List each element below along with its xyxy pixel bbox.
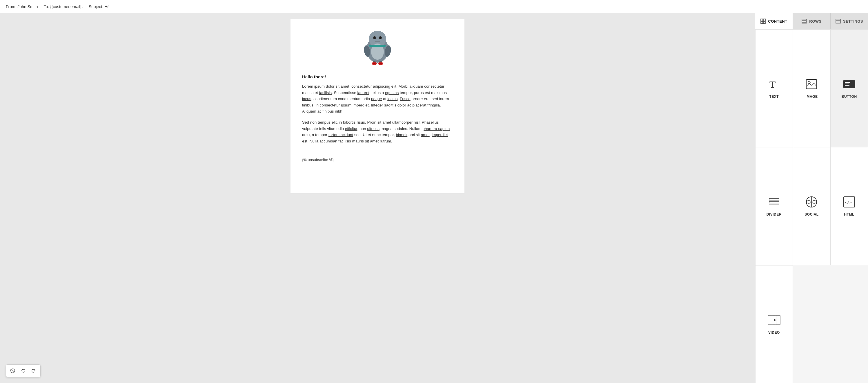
svg-rect-21: [763, 22, 765, 24]
content-grid: T TEXT IMAGE: [755, 29, 868, 383]
bottom-toolbar: [6, 364, 40, 377]
history-button[interactable]: [8, 366, 17, 375]
main-layout: Hello there! Lorem ipsum dolor sit amet,…: [0, 13, 868, 383]
dot1: ·: [40, 4, 41, 9]
video-icon: [768, 314, 780, 326]
panel-tabs: CONTENT ROWS SETTINGS: [755, 13, 868, 29]
email-paragraph-1: Lorem ipsum dolor sit amet, consectetur …: [302, 83, 453, 115]
text-label: TEXT: [769, 95, 779, 99]
right-panel: CONTENT ROWS SETTINGS: [755, 13, 868, 383]
svg-rect-23: [802, 21, 807, 22]
email-unsubscribe: {% unsubscribe %}: [290, 155, 464, 162]
subject-label: Subject: Hi!: [89, 4, 110, 9]
bird-mascot-image: [360, 28, 395, 65]
image-icon: [805, 78, 818, 91]
content-item-divider[interactable]: DIVIDER: [755, 147, 793, 265]
svg-rect-24: [802, 23, 807, 23]
html-icon: </>: [843, 196, 856, 208]
svg-point-5: [380, 37, 381, 38]
from-label: From: John Smith: [6, 4, 38, 9]
svg-rect-19: [763, 19, 765, 21]
image-label: IMAGE: [806, 95, 818, 99]
svg-rect-20: [761, 22, 763, 24]
text-icon: T: [768, 78, 780, 91]
email-body: Hello there! Lorem ipsum dolor sit amet,…: [290, 19, 464, 193]
svg-rect-16: [373, 63, 375, 64]
tab-content[interactable]: CONTENT: [755, 13, 793, 29]
email-paragraph-2: Sed non tempus elit, in lobortis risus. …: [302, 119, 453, 144]
rows-icon: [802, 19, 807, 24]
svg-rect-18: [761, 19, 763, 21]
divider-icon: [768, 196, 780, 208]
grid-icon: [761, 19, 766, 24]
email-greeting: Hello there!: [302, 74, 453, 79]
svg-rect-22: [802, 19, 807, 20]
social-icon: [805, 196, 818, 208]
to-label: To: {{customer.email}}: [43, 4, 83, 9]
content-item-social[interactable]: SOCIAL: [793, 147, 831, 265]
svg-rect-17: [379, 63, 382, 64]
email-text-section: Hello there! Lorem ipsum dolor sit amet,…: [290, 71, 464, 155]
settings-icon: [836, 19, 841, 24]
tab-settings[interactable]: SETTINGS: [831, 13, 868, 29]
svg-text:</>: </>: [845, 200, 852, 205]
content-item-button[interactable]: BUTTON: [830, 29, 868, 147]
button-label: BUTTON: [842, 95, 857, 99]
divider-label: DIVIDER: [767, 212, 782, 216]
undo-button[interactable]: [19, 366, 28, 375]
button-icon: [843, 78, 856, 91]
history-icon: [10, 368, 16, 374]
svg-rect-36: [769, 199, 779, 200]
html-label: HTML: [844, 212, 855, 216]
redo-button[interactable]: [29, 366, 38, 375]
svg-text:T: T: [769, 79, 776, 90]
svg-rect-25: [836, 19, 840, 23]
content-item-video[interactable]: VIDEO: [755, 265, 793, 383]
redo-icon: [31, 368, 36, 374]
svg-rect-30: [806, 80, 817, 89]
content-item-text[interactable]: T TEXT: [755, 29, 793, 147]
social-label: SOCIAL: [805, 212, 818, 216]
svg-rect-9: [369, 45, 385, 47]
content-item-html[interactable]: </> HTML: [830, 147, 868, 265]
top-bar: From: John Smith · To: {{customer.email}…: [0, 0, 868, 13]
video-label: VIDEO: [768, 330, 780, 334]
svg-point-31: [808, 81, 810, 84]
tab-rows[interactable]: ROWS: [793, 13, 831, 29]
canvas-area: Hello there! Lorem ipsum dolor sit amet,…: [0, 13, 755, 383]
svg-marker-47: [774, 318, 776, 322]
svg-point-4: [374, 37, 375, 38]
dot2: ·: [85, 4, 86, 9]
svg-rect-37: [769, 201, 779, 203]
email-image-section: [290, 19, 464, 71]
content-item-image[interactable]: IMAGE: [793, 29, 831, 147]
undo-icon: [21, 368, 26, 374]
